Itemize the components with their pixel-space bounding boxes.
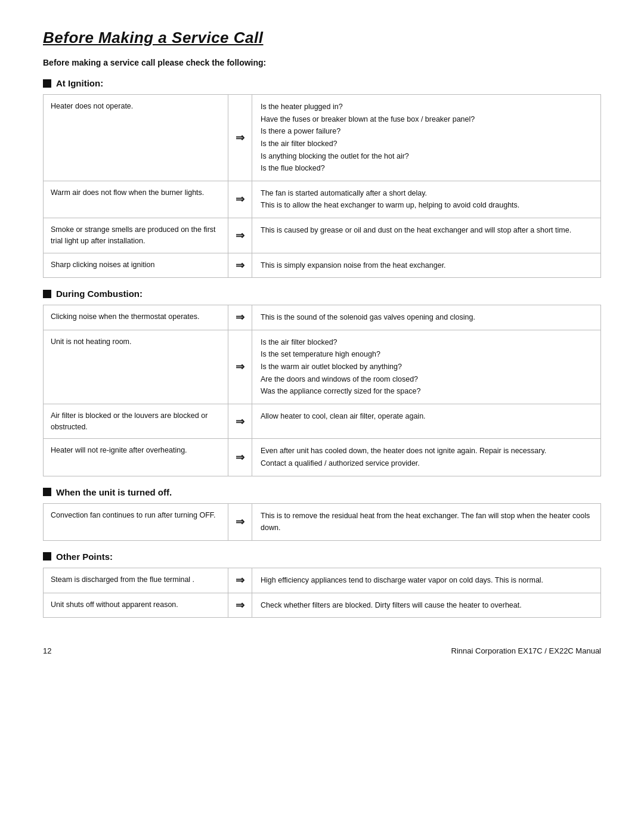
cell-solution: Is the air filter blocked?Is the set tem… [252, 330, 600, 404]
section-0: At Ignition:Heater does not operate.⇒Is … [43, 78, 601, 278]
section-heading-3: Other Points: [43, 552, 601, 562]
page-title: Before Making a Service Call [43, 29, 601, 47]
arrow-icon: ⇒ [228, 330, 252, 404]
table-row: Heater does not operate.⇒Is the heater p… [44, 95, 600, 181]
cell-solution: The fan is started automatically after a… [252, 181, 600, 218]
section-heading-2: When the unit is turned off. [43, 487, 601, 497]
table-row: Steam is discharged from the flue termin… [44, 568, 600, 593]
table-row: Unit shuts off without apparent reason.⇒… [44, 593, 600, 618]
table-row: Unit is not heating room.⇒Is the air fil… [44, 330, 600, 404]
section-3: Other Points:Steam is discharged from th… [43, 552, 601, 618]
black-square-icon [43, 488, 51, 496]
section-2: When the unit is turned off.Convection f… [43, 487, 601, 541]
cell-problem: Warm air does not flow when the burner l… [44, 181, 228, 218]
section-heading-label-0: At Ignition: [56, 78, 103, 88]
arrow-icon: ⇒ [228, 305, 252, 330]
cell-problem: Heater does not operate. [44, 95, 228, 181]
table-2: Convection fan continues to run after tu… [43, 503, 601, 541]
cell-solution: Check whether filters are blocked. Dirty… [252, 593, 600, 618]
footer-page-number: 12 [43, 646, 51, 655]
cell-problem: Unit is not heating room. [44, 330, 228, 404]
cell-solution: This is the sound of the solenoid gas va… [252, 305, 600, 330]
section-heading-0: At Ignition: [43, 78, 601, 88]
arrow-icon: ⇒ [228, 504, 252, 540]
table-1: Clicking noise when the thermostat opera… [43, 305, 601, 476]
cell-problem: Steam is discharged from the flue termin… [44, 568, 228, 593]
arrow-icon: ⇒ [228, 593, 252, 618]
cell-solution: This is caused by grease or oil and dust… [252, 218, 600, 253]
table-row: Convection fan continues to run after tu… [44, 504, 600, 540]
section-heading-label-1: During Combustion: [56, 289, 143, 299]
black-square-icon [43, 552, 51, 561]
table-row: Sharp clicking noises at ignition⇒This i… [44, 253, 600, 278]
table-row: Warm air does not flow when the burner l… [44, 181, 600, 218]
arrow-icon: ⇒ [228, 439, 252, 475]
cell-solution: Even after unit has cooled down, the hea… [252, 439, 600, 475]
cell-problem: Heater will not re-ignite after overheat… [44, 439, 228, 475]
table-row: Heater will not re-ignite after overheat… [44, 439, 600, 475]
arrow-icon: ⇒ [228, 218, 252, 253]
table-row: Smoke or strange smells are produced on … [44, 218, 600, 253]
section-heading-label-2: When the unit is turned off. [56, 487, 172, 497]
black-square-icon [43, 79, 51, 88]
table-row: Air filter is blocked or the louvers are… [44, 404, 600, 439]
footer-title: Rinnai Corporation EX17C / EX22C Manual [451, 646, 601, 655]
cell-solution: Is the heater plugged in?Have the fuses … [252, 95, 600, 181]
cell-problem: Air filter is blocked or the louvers are… [44, 404, 228, 439]
black-square-icon [43, 290, 51, 298]
table-3: Steam is discharged from the flue termin… [43, 568, 601, 618]
table-row: Clicking noise when the thermostat opera… [44, 305, 600, 330]
arrow-icon: ⇒ [228, 181, 252, 218]
cell-problem: Unit shuts off without apparent reason. [44, 593, 228, 618]
section-1: During Combustion:Clicking noise when th… [43, 289, 601, 476]
intro-text: Before making a service call please chec… [43, 58, 601, 67]
arrow-icon: ⇒ [228, 404, 252, 439]
cell-problem: Smoke or strange smells are produced on … [44, 218, 228, 253]
cell-problem: Clicking noise when the thermostat opera… [44, 305, 228, 330]
arrow-icon: ⇒ [228, 568, 252, 593]
cell-solution: This is to remove the residual heat from… [252, 504, 600, 540]
section-heading-label-3: Other Points: [56, 552, 113, 562]
cell-problem: Convection fan continues to run after tu… [44, 504, 228, 540]
arrow-icon: ⇒ [228, 253, 252, 278]
cell-solution: Allow heater to cool, clean air filter, … [252, 404, 600, 439]
section-heading-1: During Combustion: [43, 289, 601, 299]
cell-problem: Sharp clicking noises at ignition [44, 253, 228, 278]
table-0: Heater does not operate.⇒Is the heater p… [43, 94, 601, 278]
cell-solution: High efficiency appliances tend to disch… [252, 568, 600, 593]
arrow-icon: ⇒ [228, 95, 252, 181]
cell-solution: This is simply expansion noise from the … [252, 253, 600, 278]
